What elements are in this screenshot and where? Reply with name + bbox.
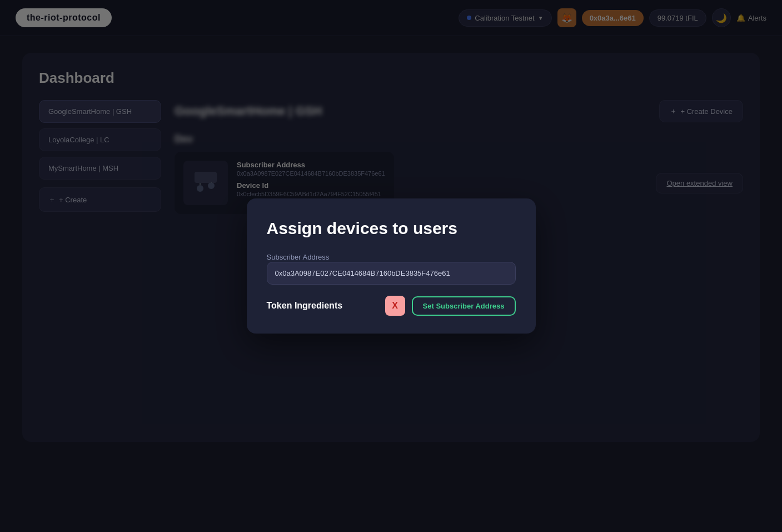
subscriber-address-field-label: Subscriber Address xyxy=(267,253,330,261)
subscriber-address-input[interactable] xyxy=(267,262,516,285)
modal-title: Assign devices to users xyxy=(267,218,516,238)
modal-footer: Token Ingredients X Set Subscriber Addre… xyxy=(267,296,516,316)
modal-close-button[interactable]: X xyxy=(385,296,405,316)
set-subscriber-address-button[interactable]: Set Subscriber Address xyxy=(412,296,516,316)
modal-overlay: Assign devices to users Subscriber Addre… xyxy=(0,0,782,532)
assign-devices-modal: Assign devices to users Subscriber Addre… xyxy=(247,198,536,334)
token-ingredients-label: Token Ingredients xyxy=(267,301,378,311)
